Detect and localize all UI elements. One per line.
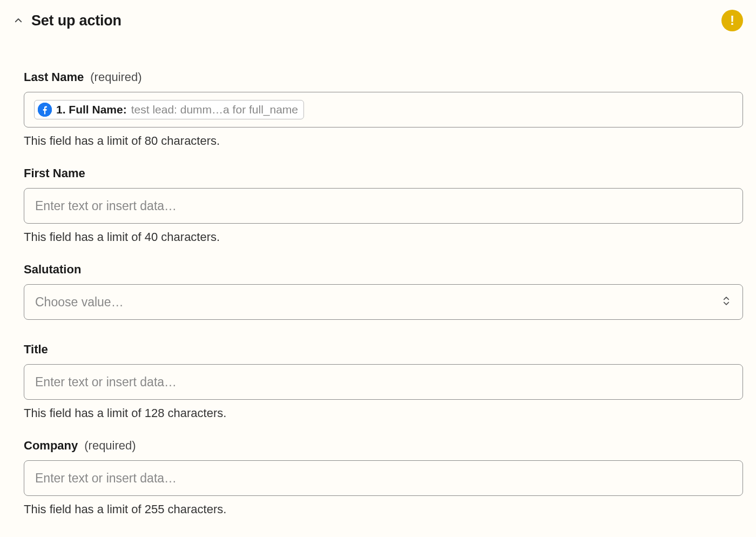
field-required-text: (required) (84, 439, 136, 453)
field-required-text: (required) (90, 70, 141, 84)
field-label: Last Name (24, 70, 84, 84)
pill-value: test lead: dumm…a for full_name (131, 103, 298, 116)
field-label-row: First Name (24, 166, 743, 180)
title-input[interactable] (35, 375, 732, 390)
last-name-input[interactable]: 1. Full Name: test lead: dumm…a for full… (24, 92, 743, 127)
data-pill-full-name[interactable]: 1. Full Name: test lead: dumm…a for full… (34, 100, 304, 119)
field-label: Title (24, 343, 48, 357)
facebook-icon (38, 103, 52, 117)
chevron-up-down-icon (721, 294, 732, 310)
field-label-row: Salutation (24, 263, 743, 277)
field-label-row: Company (required) (24, 439, 743, 453)
warning-badge-icon[interactable]: ! (721, 10, 743, 31)
salutation-select[interactable]: Choose value… (24, 284, 743, 320)
select-placeholder: Choose value… (35, 295, 124, 310)
chevron-up-icon[interactable] (13, 15, 24, 26)
field-label-row: Title (24, 343, 743, 357)
field-label-row: Last Name (required) (24, 70, 743, 84)
company-input[interactable] (35, 471, 732, 486)
section-header-left: Set up action (13, 12, 122, 29)
field-first-name: First Name This field has a limit of 40 … (24, 166, 743, 244)
help-text: This field has a limit of 128 characters… (24, 406, 743, 420)
field-company: Company (required) This field has a limi… (24, 439, 743, 516)
help-text: This field has a limit of 80 characters. (24, 134, 743, 148)
section-header: Set up action ! (13, 10, 743, 31)
help-text: This field has a limit of 40 characters. (24, 230, 743, 244)
section-title: Set up action (31, 12, 122, 29)
help-text: This field has a limit of 255 characters… (24, 502, 743, 516)
field-label: First Name (24, 166, 85, 180)
first-name-input[interactable] (35, 199, 732, 213)
first-name-input-wrapper (24, 188, 743, 224)
field-last-name: Last Name (required) 1. Full Name: test … (24, 70, 743, 148)
title-input-wrapper (24, 364, 743, 400)
field-title: Title This field has a limit of 128 char… (24, 343, 743, 420)
field-label: Salutation (24, 263, 81, 277)
pill-label: 1. Full Name: (56, 103, 127, 116)
company-input-wrapper (24, 460, 743, 496)
form-area: Last Name (required) 1. Full Name: test … (13, 70, 743, 516)
field-salutation: Salutation Choose value… (24, 263, 743, 320)
field-label: Company (24, 439, 78, 453)
